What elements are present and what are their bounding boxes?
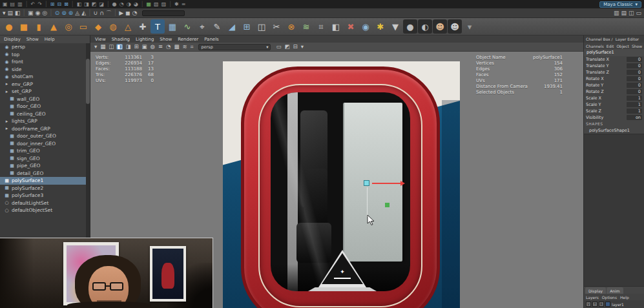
shelf-tool-icon[interactable]: ⌖ (195, 19, 209, 34)
outliner-item[interactable]: ▦ door_outer_GEO (0, 132, 86, 140)
titlebar-icon[interactable]: ◩ (92, 2, 97, 7)
statusline-icon[interactable]: ◭ (81, 10, 86, 16)
outliner-item[interactable]: ◉ shotCam (0, 73, 86, 81)
shelf-tool-icon[interactable]: ◢ (225, 19, 239, 34)
viewport-toolbar-icon[interactable]: ▾ (94, 44, 98, 50)
shelf-tool-icon[interactable]: ◎ (61, 19, 76, 34)
shape-node-name[interactable]: polySurfaceShape1 (584, 127, 644, 134)
titlebar-icon[interactable]: ▣ (3, 2, 8, 7)
titlebar-icon[interactable]: │ (25, 2, 28, 7)
move-manipulator-y-handle[interactable] (385, 203, 390, 207)
shelf-tool-icon[interactable]: ✎ (210, 19, 224, 34)
titlebar-icon[interactable]: ◔ (119, 2, 124, 7)
channel-attribute-row[interactable]: Translate X 0 (584, 56, 644, 63)
channel-attribute-row[interactable]: Scale X 1 (584, 95, 644, 101)
shelf-tool-icon[interactable]: ◍ (106, 19, 120, 34)
viewport-menu-item[interactable]: Lighting (136, 37, 154, 42)
titlebar-icon[interactable]: ◧ (77, 2, 82, 7)
channel-box-tab[interactable]: Layer Editor (616, 37, 639, 41)
shelf-tool-icon[interactable]: ■ (17, 19, 31, 34)
statusline-icon[interactable]: ◔ (132, 10, 138, 16)
layer-playback-toggle[interactable]: T (592, 302, 597, 307)
channel-attribute-value[interactable]: 0 (627, 76, 642, 81)
channel-attribute-value[interactable]: 1 (627, 96, 642, 101)
channel-attribute-row[interactable]: Visibility on (584, 114, 644, 121)
channel-attribute-row[interactable]: Rotate X 0 (584, 76, 644, 82)
titlebar-icon[interactable]: ▨ (161, 2, 167, 7)
viewport-menu-item[interactable]: Renderer (178, 37, 198, 42)
outliner-item[interactable]: ▦ detail_GEO (0, 170, 86, 178)
layer-visibility-toggle[interactable]: V (586, 302, 591, 307)
shelf-tool-icon[interactable]: ▮ (32, 19, 46, 34)
outliner-item[interactable]: ▦ floor_GEO (0, 103, 86, 110)
channel-box-menu-item[interactable]: Object (616, 44, 629, 48)
titlebar-icon[interactable]: ≡ (182, 2, 186, 7)
titlebar-icon[interactable]: │ (71, 2, 74, 7)
statusline-icon[interactable]: ⊛ (68, 10, 74, 16)
viewport-toolbar-icon[interactable]: ◧ (116, 44, 123, 50)
viewport-toolbar-icon[interactable]: ◫ (108, 44, 114, 50)
shelf-tool-icon[interactable]: ☻ (448, 19, 462, 34)
viewport-menu-item[interactable]: Show (160, 37, 172, 42)
shelf-tool-icon[interactable]: ✖ (344, 19, 358, 34)
outliner-menu-item[interactable]: Help (45, 37, 55, 42)
channel-attribute-value[interactable]: 0 (627, 57, 642, 62)
titlebar-icon[interactable]: ◨ (84, 2, 89, 7)
statusline-icon[interactable]: ▣ (28, 10, 34, 16)
channel-attribute-value[interactable]: 1 (627, 102, 642, 107)
shelf-tool-icon[interactable]: ⌗ (314, 19, 328, 34)
outliner-item[interactable]: ▸ env_GRP (0, 81, 86, 88)
titlebar-icon[interactable]: ▦ (147, 2, 152, 7)
viewport-toolbar-icon[interactable]: ▩ (174, 44, 180, 50)
outliner-item[interactable]: ◉ persp (0, 43, 86, 51)
outliner-item[interactable]: ▸ doorFrame_GRP (0, 125, 86, 133)
viewport-toolbar-icon[interactable]: ◍ (150, 44, 156, 50)
titlebar-icon[interactable]: ◑ (127, 2, 131, 7)
viewport-toolbar-icon[interactable]: ▣ (141, 44, 148, 50)
shelf-tool-icon[interactable]: △ (121, 19, 135, 34)
shelf-tool-icon[interactable]: ▭ (76, 19, 90, 34)
layer-display-type-toggle[interactable]: R (599, 302, 604, 307)
channel-attribute-value[interactable]: 1 (627, 108, 642, 114)
shelf-tool-icon[interactable]: T (151, 19, 165, 34)
shelf-tool-icon[interactable]: ▼ (388, 19, 402, 34)
channel-attribute-value[interactable]: 0 (627, 89, 642, 94)
outliner-item[interactable]: ▦ wall_GEO (0, 96, 86, 103)
channel-box-menu-item[interactable]: Edit (607, 44, 614, 48)
statusline-icon[interactable]: ▾ (3, 10, 6, 16)
viewport-menu-item[interactable]: View (95, 37, 106, 42)
shelf-tool-icon[interactable]: ◫ (254, 19, 269, 34)
channel-attribute-row[interactable]: Translate Y 0 (584, 63, 644, 69)
viewport-toolbar-icon[interactable]: ◔ (165, 44, 171, 50)
layer-editor-tab[interactable]: Anim (607, 287, 623, 294)
channel-attribute-row[interactable]: Rotate Y 0 (584, 82, 644, 88)
titlebar-icon[interactable]: ✱ (174, 2, 179, 7)
statusline-icon[interactable]: ⊙ (55, 10, 60, 16)
shelf-tool-icon[interactable]: ▦ (165, 19, 180, 34)
outliner-item[interactable]: ▦ polySurface2 (0, 185, 86, 192)
statusline-icon[interactable]: ⌒ (106, 10, 112, 16)
shelf-tool-icon[interactable]: ▾ (462, 19, 477, 34)
statusline-icon[interactable]: ◬ (75, 10, 79, 16)
outliner-item[interactable]: ◉ side (0, 66, 86, 74)
titlebar-icon[interactable]: ⊞ (50, 2, 55, 7)
move-manipulator-center-handle[interactable] (364, 180, 369, 186)
shelf-tool-icon[interactable]: ✂ (269, 19, 284, 34)
titlebar-icon[interactable]: ⊠ (64, 2, 68, 7)
channel-attribute-row[interactable]: Scale Z 1 (584, 108, 644, 114)
door-frame[interactable]: ✦ (241, 67, 440, 308)
layer-editor-menu-item[interactable]: Help (620, 295, 629, 300)
channel-attribute-value[interactable]: 0 (627, 70, 642, 75)
statusline-icon[interactable]: ▭ (636, 10, 641, 16)
shelf-tool-icon[interactable]: ◐ (418, 19, 432, 34)
shelf-tool-icon[interactable]: ● (2, 19, 16, 34)
statusline-icon[interactable]: ▤ (8, 10, 14, 16)
statusline-icon[interactable]: ◫ (628, 10, 634, 16)
outliner-menu-item[interactable]: Show (26, 37, 39, 42)
shelf-tool-icon[interactable]: ▲ (47, 19, 61, 34)
outliner-item[interactable]: ▦ sign_GEO (0, 155, 86, 163)
titlebar-icon[interactable]: │ (169, 2, 172, 7)
titlebar-icon[interactable]: ◕ (134, 2, 138, 7)
statusline-icon[interactable]: ▤ (621, 10, 627, 16)
layer-editor-tab[interactable]: Display (585, 287, 606, 294)
